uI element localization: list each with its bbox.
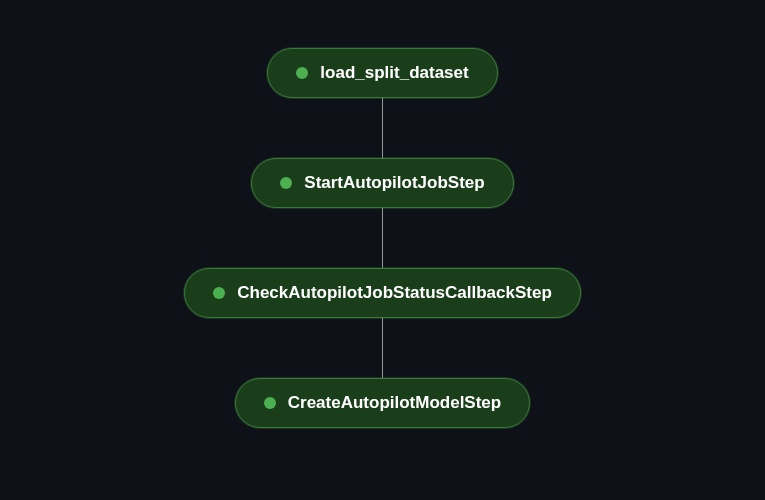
pipeline-node-start-autopilot-job[interactable]: StartAutopilotJobStep xyxy=(251,158,513,208)
pipeline-node-create-autopilot-model[interactable]: CreateAutopilotModelStep xyxy=(235,378,530,428)
status-success-icon xyxy=(280,177,292,189)
connector-line xyxy=(382,208,383,268)
connector-line xyxy=(382,98,383,158)
node-label: CreateAutopilotModelStep xyxy=(288,393,501,413)
node-label: load_split_dataset xyxy=(320,63,468,83)
connector-line xyxy=(382,318,383,378)
status-success-icon xyxy=(296,67,308,79)
pipeline-node-load-split-dataset[interactable]: load_split_dataset xyxy=(267,48,497,98)
node-label: StartAutopilotJobStep xyxy=(304,173,484,193)
pipeline-node-check-autopilot-status[interactable]: CheckAutopilotJobStatusCallbackStep xyxy=(184,268,581,318)
node-label: CheckAutopilotJobStatusCallbackStep xyxy=(237,283,552,303)
status-success-icon xyxy=(264,397,276,409)
status-success-icon xyxy=(213,287,225,299)
